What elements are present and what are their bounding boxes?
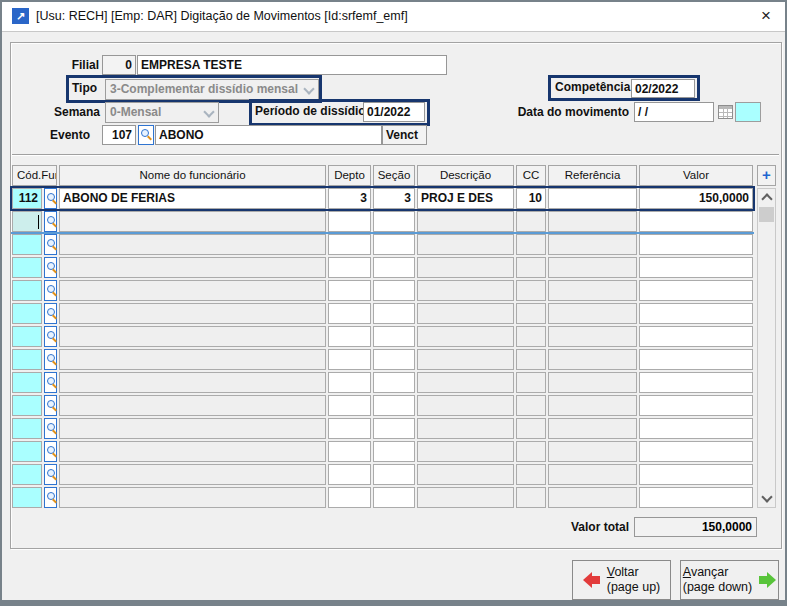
cell-cc[interactable] <box>516 280 546 301</box>
data-movimento-cyan-box[interactable] <box>735 102 761 122</box>
column-header-nome[interactable]: Nome do funcionário <box>59 165 326 186</box>
cell-nome[interactable] <box>59 487 326 508</box>
cell-valor[interactable] <box>639 234 753 255</box>
table-row[interactable] <box>12 418 753 439</box>
cell-secao[interactable] <box>373 441 415 462</box>
cell-descricao[interactable] <box>417 211 514 232</box>
row-search-icon[interactable] <box>44 234 57 255</box>
cell-cc[interactable] <box>516 395 546 416</box>
cell-valor[interactable] <box>639 395 753 416</box>
evento-code-field[interactable]: 107 <box>102 125 136 145</box>
table-row[interactable] <box>12 349 753 370</box>
cell-referencia[interactable] <box>548 188 637 209</box>
cell-depto[interactable] <box>328 418 371 439</box>
avancar-button[interactable]: Avançar(page down) <box>680 560 779 600</box>
cell-valor[interactable] <box>639 441 753 462</box>
cell-cc[interactable] <box>516 257 546 278</box>
cell-descricao[interactable] <box>417 326 514 347</box>
cell-descricao[interactable] <box>417 234 514 255</box>
cell-cod-fun[interactable] <box>12 487 42 508</box>
cell-valor[interactable] <box>639 303 753 324</box>
row-search-icon[interactable] <box>44 395 57 416</box>
cell-cod-fun[interactable] <box>12 372 42 393</box>
column-header-cod-fun[interactable]: Cód.Fun. <box>12 165 57 186</box>
cell-nome[interactable]: ABONO DE FERIAS <box>59 188 326 209</box>
cell-cc[interactable] <box>516 349 546 370</box>
table-row[interactable] <box>12 395 753 416</box>
cell-cod-fun[interactable] <box>12 349 42 370</box>
vertical-scrollbar[interactable] <box>757 188 776 508</box>
cell-nome[interactable] <box>59 326 326 347</box>
cell-referencia[interactable] <box>548 441 637 462</box>
row-search-icon[interactable] <box>44 303 57 324</box>
cell-nome[interactable] <box>59 395 326 416</box>
cell-depto[interactable] <box>328 349 371 370</box>
column-header-referencia[interactable]: Referência <box>548 165 637 186</box>
cell-referencia[interactable] <box>548 418 637 439</box>
cell-nome[interactable] <box>59 372 326 393</box>
cell-cod-fun[interactable] <box>12 303 42 324</box>
cell-referencia[interactable] <box>548 211 637 232</box>
table-row[interactable] <box>12 280 753 301</box>
cell-descricao[interactable] <box>417 395 514 416</box>
table-row[interactable] <box>12 257 753 278</box>
cell-descricao[interactable] <box>417 257 514 278</box>
cell-depto[interactable] <box>328 395 371 416</box>
cell-secao[interactable] <box>373 464 415 485</box>
cell-nome[interactable] <box>59 280 326 301</box>
cell-secao[interactable] <box>373 395 415 416</box>
row-search-icon[interactable] <box>44 464 57 485</box>
semana-combobox[interactable]: 0-Mensal <box>105 102 219 123</box>
tipo-combobox[interactable]: 3-Complementar dissídio mensal <box>105 79 319 100</box>
cell-secao[interactable] <box>373 257 415 278</box>
column-header-valor[interactable]: Valor <box>639 165 753 186</box>
table-row[interactable]: 112ABONO DE FERIAS33PROJ E DES10150,0000 <box>12 188 753 209</box>
cell-secao[interactable] <box>373 280 415 301</box>
column-header-cc[interactable]: CC <box>516 165 546 186</box>
cell-cod-fun[interactable] <box>12 418 42 439</box>
cell-nome[interactable] <box>59 441 326 462</box>
cell-cod-fun[interactable] <box>12 280 42 301</box>
competencia-field[interactable]: 02/2022 <box>631 79 695 98</box>
cell-cc[interactable] <box>516 211 546 232</box>
cell-valor[interactable] <box>639 464 753 485</box>
cell-cod-fun[interactable] <box>12 395 42 416</box>
cell-nome[interactable] <box>59 303 326 324</box>
cell-descricao[interactable]: PROJ E DES <box>417 188 514 209</box>
cell-valor[interactable] <box>639 211 753 232</box>
row-search-icon[interactable] <box>44 280 57 301</box>
table-row[interactable] <box>12 487 753 508</box>
cell-cod-fun[interactable] <box>12 211 42 232</box>
cell-cc[interactable] <box>516 303 546 324</box>
cell-nome[interactable] <box>59 418 326 439</box>
add-row-icon[interactable]: + <box>757 165 776 186</box>
table-row[interactable] <box>12 441 753 462</box>
row-search-icon[interactable] <box>44 418 57 439</box>
cell-descricao[interactable] <box>417 280 514 301</box>
periodo-field[interactable]: 01/2022 <box>363 102 425 122</box>
cell-depto[interactable] <box>328 487 371 508</box>
table-row[interactable] <box>12 303 753 324</box>
cell-referencia[interactable] <box>548 234 637 255</box>
cell-descricao[interactable] <box>417 303 514 324</box>
cell-cc[interactable] <box>516 441 546 462</box>
cell-cod-fun[interactable] <box>12 326 42 347</box>
cell-referencia[interactable] <box>548 257 637 278</box>
cell-valor[interactable] <box>639 326 753 347</box>
cell-cc[interactable] <box>516 234 546 255</box>
cell-cod-fun[interactable] <box>12 464 42 485</box>
column-header-secao[interactable]: Seção <box>373 165 415 186</box>
cell-secao[interactable] <box>373 487 415 508</box>
cell-valor[interactable] <box>639 418 753 439</box>
cell-descricao[interactable] <box>417 487 514 508</box>
table-row[interactable] <box>12 211 753 232</box>
cell-referencia[interactable] <box>548 326 637 347</box>
cell-depto[interactable] <box>328 464 371 485</box>
cell-secao[interactable] <box>373 211 415 232</box>
cell-nome[interactable] <box>59 211 326 232</box>
filial-code-field[interactable]: 0 <box>102 55 136 75</box>
voltar-button[interactable]: Voltar(page up) <box>572 560 671 600</box>
table-row[interactable] <box>12 234 753 255</box>
data-movimento-field[interactable]: / / <box>634 102 714 122</box>
table-row[interactable] <box>12 326 753 347</box>
